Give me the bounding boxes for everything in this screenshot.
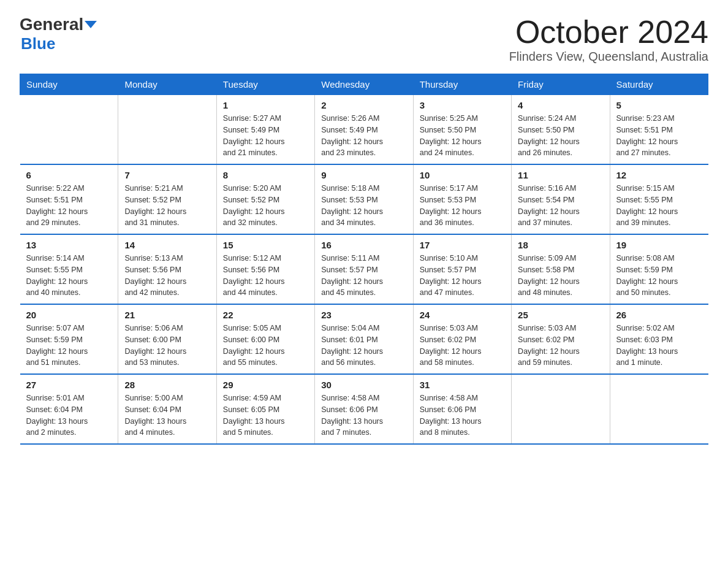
day-number: 31 <box>420 380 505 390</box>
day-number: 1 <box>223 100 308 110</box>
day-info: Sunrise: 5:15 AM Sunset: 5:55 PM Dayligh… <box>616 183 702 229</box>
day-info: Sunrise: 5:06 AM Sunset: 6:00 PM Dayligh… <box>124 323 210 369</box>
day-info: Sunrise: 5:21 AM Sunset: 5:52 PM Dayligh… <box>124 183 210 229</box>
table-row: 14Sunrise: 5:13 AM Sunset: 5:56 PM Dayli… <box>118 234 216 304</box>
day-info: Sunrise: 5:02 AM Sunset: 6:03 PM Dayligh… <box>616 323 702 369</box>
day-info: Sunrise: 5:26 AM Sunset: 5:49 PM Dayligh… <box>321 113 406 159</box>
table-row: 3Sunrise: 5:25 AM Sunset: 5:50 PM Daylig… <box>413 95 511 165</box>
day-info: Sunrise: 5:07 AM Sunset: 5:59 PM Dayligh… <box>26 323 112 369</box>
table-row: 27Sunrise: 5:01 AM Sunset: 6:04 PM Dayli… <box>20 374 118 444</box>
table-row: 4Sunrise: 5:24 AM Sunset: 5:50 PM Daylig… <box>512 95 610 165</box>
day-number: 15 <box>223 240 308 250</box>
table-row <box>20 95 118 165</box>
table-row: 17Sunrise: 5:10 AM Sunset: 5:57 PM Dayli… <box>413 234 511 304</box>
day-number: 21 <box>124 310 210 320</box>
day-number: 17 <box>420 240 505 250</box>
day-info: Sunrise: 5:04 AM Sunset: 6:01 PM Dayligh… <box>321 323 406 369</box>
day-info: Sunrise: 5:11 AM Sunset: 5:57 PM Dayligh… <box>321 253 406 299</box>
table-row: 22Sunrise: 5:05 AM Sunset: 6:00 PM Dayli… <box>216 304 314 374</box>
calendar-week-row: 6Sunrise: 5:22 AM Sunset: 5:51 PM Daylig… <box>20 164 708 234</box>
table-row: 11Sunrise: 5:16 AM Sunset: 5:54 PM Dayli… <box>512 164 610 234</box>
table-row: 15Sunrise: 5:12 AM Sunset: 5:56 PM Dayli… <box>216 234 314 304</box>
day-number: 10 <box>420 170 505 180</box>
table-row: 16Sunrise: 5:11 AM Sunset: 5:57 PM Dayli… <box>315 234 413 304</box>
day-info: Sunrise: 5:01 AM Sunset: 6:04 PM Dayligh… <box>26 393 112 439</box>
day-number: 2 <box>321 100 406 110</box>
table-row: 21Sunrise: 5:06 AM Sunset: 6:00 PM Dayli… <box>118 304 216 374</box>
day-info: Sunrise: 5:25 AM Sunset: 5:50 PM Dayligh… <box>420 113 505 159</box>
calendar-week-row: 13Sunrise: 5:14 AM Sunset: 5:55 PM Dayli… <box>20 234 708 304</box>
day-info: Sunrise: 5:18 AM Sunset: 5:53 PM Dayligh… <box>321 183 406 229</box>
day-number: 3 <box>420 100 505 110</box>
day-info: Sunrise: 5:03 AM Sunset: 6:02 PM Dayligh… <box>420 323 505 369</box>
day-info: Sunrise: 4:58 AM Sunset: 6:06 PM Dayligh… <box>420 393 505 439</box>
col-saturday: Saturday <box>610 74 708 95</box>
table-row <box>118 95 216 165</box>
table-row: 24Sunrise: 5:03 AM Sunset: 6:02 PM Dayli… <box>413 304 511 374</box>
day-number: 14 <box>124 240 210 250</box>
calendar-week-row: 27Sunrise: 5:01 AM Sunset: 6:04 PM Dayli… <box>20 374 708 444</box>
day-info: Sunrise: 5:09 AM Sunset: 5:58 PM Dayligh… <box>518 253 603 299</box>
calendar-week-row: 20Sunrise: 5:07 AM Sunset: 5:59 PM Dayli… <box>20 304 708 374</box>
table-row: 1Sunrise: 5:27 AM Sunset: 5:49 PM Daylig… <box>216 95 314 165</box>
day-info: Sunrise: 5:12 AM Sunset: 5:56 PM Dayligh… <box>223 253 308 299</box>
day-number: 28 <box>124 380 210 390</box>
calendar-header-row: Sunday Monday Tuesday Wednesday Thursday… <box>20 74 708 95</box>
table-row: 12Sunrise: 5:15 AM Sunset: 5:55 PM Dayli… <box>610 164 708 234</box>
title-block: October 2024 Flinders View, Queensland, … <box>509 15 708 64</box>
day-info: Sunrise: 4:58 AM Sunset: 6:06 PM Dayligh… <box>321 393 406 439</box>
col-tuesday: Tuesday <box>216 74 314 95</box>
table-row: 10Sunrise: 5:17 AM Sunset: 5:53 PM Dayli… <box>413 164 511 234</box>
day-info: Sunrise: 5:23 AM Sunset: 5:51 PM Dayligh… <box>616 113 702 159</box>
day-number: 20 <box>26 310 112 320</box>
day-info: Sunrise: 5:24 AM Sunset: 5:50 PM Dayligh… <box>518 113 603 159</box>
day-number: 16 <box>321 240 406 250</box>
table-row: 7Sunrise: 5:21 AM Sunset: 5:52 PM Daylig… <box>118 164 216 234</box>
day-info: Sunrise: 5:03 AM Sunset: 6:02 PM Dayligh… <box>518 323 603 369</box>
day-number: 19 <box>616 240 702 250</box>
day-number: 9 <box>321 170 406 180</box>
day-number: 8 <box>223 170 308 180</box>
table-row: 20Sunrise: 5:07 AM Sunset: 5:59 PM Dayli… <box>20 304 118 374</box>
logo: General Blue <box>20 15 97 53</box>
calendar-week-row: 1Sunrise: 5:27 AM Sunset: 5:49 PM Daylig… <box>20 95 708 165</box>
calendar-table: Sunday Monday Tuesday Wednesday Thursday… <box>20 74 708 445</box>
table-row: 23Sunrise: 5:04 AM Sunset: 6:01 PM Dayli… <box>315 304 413 374</box>
day-number: 12 <box>616 170 702 180</box>
table-row: 8Sunrise: 5:20 AM Sunset: 5:52 PM Daylig… <box>216 164 314 234</box>
day-info: Sunrise: 5:13 AM Sunset: 5:56 PM Dayligh… <box>124 253 210 299</box>
day-number: 18 <box>518 240 603 250</box>
day-info: Sunrise: 5:10 AM Sunset: 5:57 PM Dayligh… <box>420 253 505 299</box>
day-number: 13 <box>26 240 112 250</box>
table-row: 2Sunrise: 5:26 AM Sunset: 5:49 PM Daylig… <box>315 95 413 165</box>
day-info: Sunrise: 5:00 AM Sunset: 6:04 PM Dayligh… <box>124 393 210 439</box>
table-row: 28Sunrise: 5:00 AM Sunset: 6:04 PM Dayli… <box>118 374 216 444</box>
logo-general: General <box>20 15 83 34</box>
table-row: 25Sunrise: 5:03 AM Sunset: 6:02 PM Dayli… <box>512 304 610 374</box>
table-row: 9Sunrise: 5:18 AM Sunset: 5:53 PM Daylig… <box>315 164 413 234</box>
day-number: 30 <box>321 380 406 390</box>
day-number: 26 <box>616 310 702 320</box>
col-wednesday: Wednesday <box>315 74 413 95</box>
table-row: 31Sunrise: 4:58 AM Sunset: 6:06 PM Dayli… <box>413 374 511 444</box>
table-row <box>512 374 610 444</box>
day-number: 24 <box>420 310 505 320</box>
day-number: 29 <box>223 380 308 390</box>
day-number: 7 <box>124 170 210 180</box>
col-thursday: Thursday <box>413 74 511 95</box>
table-row: 13Sunrise: 5:14 AM Sunset: 5:55 PM Dayli… <box>20 234 118 304</box>
day-number: 5 <box>616 100 702 110</box>
day-number: 11 <box>518 170 603 180</box>
day-number: 6 <box>26 170 112 180</box>
col-monday: Monday <box>118 74 216 95</box>
day-info: Sunrise: 5:27 AM Sunset: 5:49 PM Dayligh… <box>223 113 308 159</box>
day-number: 23 <box>321 310 406 320</box>
table-row: 18Sunrise: 5:09 AM Sunset: 5:58 PM Dayli… <box>512 234 610 304</box>
day-number: 22 <box>223 310 308 320</box>
table-row: 26Sunrise: 5:02 AM Sunset: 6:03 PM Dayli… <box>610 304 708 374</box>
table-row: 29Sunrise: 4:59 AM Sunset: 6:05 PM Dayli… <box>216 374 314 444</box>
col-friday: Friday <box>512 74 610 95</box>
col-sunday: Sunday <box>20 74 118 95</box>
month-title: October 2024 <box>509 15 708 50</box>
table-row: 30Sunrise: 4:58 AM Sunset: 6:06 PM Dayli… <box>315 374 413 444</box>
